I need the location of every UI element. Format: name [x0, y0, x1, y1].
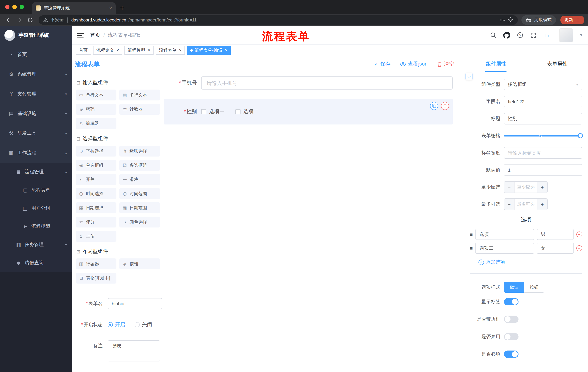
view-json-button[interactable]: 查看json — [400, 61, 428, 67]
slider-track[interactable] — [504, 135, 582, 137]
sidebar-item-payment[interactable]: ¥支付管理▾ — [0, 84, 72, 104]
component-chip-date-range[interactable]: ▩日期范围 — [119, 202, 160, 213]
component-type-select[interactable]: 多选框组 ▾ — [504, 79, 582, 90]
component-chip-checkbox-group[interactable]: ☑多选框组 — [119, 160, 160, 171]
component-chip-time-range[interactable]: ◴时间范围 — [119, 188, 160, 199]
tab-form-props[interactable]: 表单属性 — [527, 56, 588, 72]
label-width-input[interactable] — [504, 147, 582, 159]
component-chip-textarea[interactable]: ▤多行文本 — [119, 90, 160, 100]
route-tab-process-model[interactable]: 流程模型× — [125, 46, 154, 55]
style-default-button[interactable]: 默认 — [504, 282, 524, 293]
component-chip-table[interactable]: ⊞表格[开发中] — [76, 273, 116, 284]
back-button[interactable] — [4, 15, 13, 25]
component-chip-time[interactable]: ◷时间选择 — [76, 188, 116, 199]
copy-field-button[interactable] — [430, 102, 438, 110]
decrease-button[interactable]: − — [504, 199, 514, 210]
route-tab-process-definition[interactable]: 流程定义× — [93, 46, 122, 55]
sidebar-item-home[interactable]: ◔首页 — [0, 45, 72, 64]
component-chip-switch[interactable]: ◐开关 — [76, 174, 116, 185]
max-select-stepper[interactable]: − 最多可选 + — [504, 198, 548, 210]
component-chip-color[interactable]: ◑颜色选择 — [119, 217, 160, 227]
remove-option-button[interactable]: − — [576, 232, 582, 237]
phone-input[interactable] — [201, 76, 453, 90]
sidebar-item-process-mgmt[interactable]: ≣流程管理▴ — [0, 163, 72, 181]
form-name-input[interactable] — [108, 298, 162, 309]
fullscreen-icon[interactable] — [530, 32, 537, 38]
tab-close-icon[interactable]: × — [148, 48, 150, 53]
tab-close-icon[interactable]: × — [116, 48, 119, 53]
increase-button[interactable]: + — [537, 199, 547, 210]
tab-close-icon[interactable]: × — [179, 48, 182, 53]
checkbox-option-1[interactable]: 选项一 — [201, 108, 224, 115]
password-key-icon[interactable] — [499, 17, 505, 23]
sidebar-item-devtools[interactable]: ⚒研发工具▾ — [0, 123, 72, 143]
form-canvas[interactable]: *手机号 *性别 选项一选项二 — [164, 72, 465, 372]
toggle-disabled[interactable] — [504, 333, 518, 340]
security-warning-icon[interactable] — [43, 17, 48, 22]
tab-component-props[interactable]: 组件属性 — [465, 56, 527, 72]
component-chip-slider[interactable]: ⊷滑块 — [119, 174, 160, 185]
default-value-input[interactable] — [504, 164, 582, 176]
sidebar-item-process-model[interactable]: ➤流程模型 — [0, 217, 72, 235]
component-chip-date[interactable]: ▦日期选择 — [76, 202, 116, 213]
component-chip-select[interactable]: ⊙下拉选择 — [76, 146, 116, 157]
remove-option-button[interactable]: − — [576, 245, 582, 251]
sidebar-item-process-form[interactable]: ▢流程表单 — [0, 181, 72, 199]
drag-icon[interactable]: ≡ — [470, 245, 473, 251]
save-button[interactable]: ✓ 保存 — [374, 61, 390, 67]
browser-tab[interactable]: 芋道管理系统 × — [32, 2, 116, 14]
form-field-gender[interactable]: *性别 选项一选项二 — [164, 99, 453, 125]
component-chip-rate[interactable]: ☆评分 — [76, 217, 116, 227]
breadcrumb-home[interactable]: 首页 — [90, 32, 100, 38]
tab-close-icon[interactable]: × — [225, 48, 227, 53]
route-tab-process-form-edit[interactable]: 流程表单-编辑× — [187, 46, 231, 55]
component-chip-counter[interactable]: 123计数器 — [119, 104, 160, 115]
slider-handle[interactable] — [578, 133, 583, 138]
option-value-input[interactable] — [537, 229, 574, 240]
sidebar-item-task-mgmt[interactable]: ▥任务管理▾ — [0, 235, 72, 254]
add-option-button[interactable]: + 添加选项 — [478, 259, 582, 265]
style-button-button[interactable]: 按钮 — [524, 282, 544, 293]
browser-menu-icon[interactable]: ⋮ — [576, 17, 580, 22]
option-text-input[interactable] — [475, 229, 534, 240]
address-bar[interactable]: 不安全 dashboard.yudao.iocoder.cn /bpm/mana… — [39, 15, 518, 25]
status-off-radio[interactable]: 关闭 — [135, 321, 152, 328]
decrease-button[interactable]: − — [504, 182, 514, 192]
delete-field-button[interactable] — [441, 102, 449, 110]
route-tab-home[interactable]: 首页 — [76, 46, 91, 55]
remark-textarea[interactable]: 嘿嘿 — [108, 340, 160, 361]
avatar-caret-icon[interactable]: ▾ — [580, 33, 582, 37]
sidebar-item-user-group[interactable]: ◫用户分组 — [0, 199, 72, 217]
close-window-button[interactable] — [5, 5, 10, 9]
reload-button[interactable] — [25, 15, 35, 25]
new-tab-button[interactable]: + — [120, 4, 124, 11]
hamburger-icon[interactable] — [77, 33, 84, 37]
checkbox-option-2[interactable]: 选项二 — [235, 108, 259, 115]
toggle-border[interactable] — [504, 316, 518, 323]
tab-close-icon[interactable]: × — [109, 5, 112, 11]
toggle-show-label[interactable] — [504, 298, 518, 305]
zoom-window-button[interactable] — [20, 5, 24, 9]
github-icon[interactable] — [504, 32, 510, 38]
min-select-stepper[interactable]: − 至少应选 + — [504, 181, 548, 193]
font-size-icon[interactable]: TT — [544, 32, 550, 38]
help-icon[interactable]: ? — [517, 32, 524, 38]
drag-icon[interactable]: ≡ — [470, 232, 473, 237]
component-chip-input[interactable]: ▭单行文本 — [76, 90, 116, 100]
option-value-input[interactable] — [537, 243, 574, 254]
form-field-phone[interactable]: *手机号 — [164, 76, 453, 90]
option-text-input[interactable] — [475, 243, 534, 254]
checkbox-icon[interactable] — [201, 109, 206, 114]
component-chip-cascader[interactable]: ⋔级联选择 — [119, 146, 160, 157]
grid-slider[interactable] — [504, 130, 582, 142]
sidebar-item-workflow[interactable]: ▣工作流程▴ — [0, 143, 72, 163]
component-chip-row[interactable]: ▥行容器 — [76, 258, 116, 269]
component-chip-button[interactable]: ◈按钮 — [119, 258, 160, 269]
sidebar-item-system[interactable]: ⚙系统管理▾ — [0, 64, 72, 84]
component-chip-radio-group[interactable]: ◉单选框组 — [76, 160, 116, 171]
toggle-required[interactable] — [504, 351, 518, 358]
route-tab-process-form[interactable]: 流程表单× — [156, 46, 185, 55]
sidebar-item-leave-query[interactable]: ☻请假查询 — [0, 254, 72, 272]
clear-button[interactable]: 清空 — [437, 61, 454, 67]
sidebar-item-infra[interactable]: ▤基础设施▾ — [0, 104, 72, 123]
